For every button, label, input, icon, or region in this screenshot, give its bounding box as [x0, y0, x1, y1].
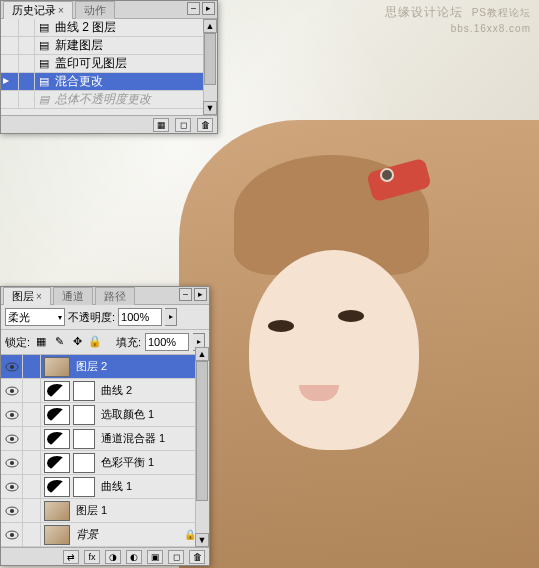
history-brush-col[interactable]	[19, 37, 35, 54]
panel-minimize-icon[interactable]: –	[187, 2, 200, 15]
history-brush-col[interactable]	[19, 55, 35, 72]
layers-minimize-icon[interactable]: –	[179, 288, 192, 301]
layer-name-label[interactable]: 选取颜色 1	[95, 407, 209, 422]
mask-thumb[interactable]	[73, 405, 95, 425]
history-item[interactable]: ▤新建图层	[1, 37, 217, 55]
link-col[interactable]	[23, 499, 41, 522]
lock-transparency-icon[interactable]: ▦	[34, 335, 48, 349]
image-thumb[interactable]	[44, 357, 70, 377]
link-col[interactable]	[23, 523, 41, 546]
mask-thumb[interactable]	[73, 477, 95, 497]
layer-row[interactable]: 选取颜色 1	[1, 403, 209, 427]
history-marker-col[interactable]	[3, 91, 19, 108]
visibility-eye-icon[interactable]	[1, 427, 23, 450]
lock-all-icon[interactable]: 🔒	[88, 335, 102, 349]
opacity-input[interactable]: 100%	[118, 308, 162, 326]
layer-mask-icon[interactable]: ◑	[105, 550, 121, 564]
new-layer-icon[interactable]: ◻	[168, 550, 184, 564]
scroll-thumb[interactable]	[196, 361, 208, 501]
mask-thumb[interactable]	[73, 453, 95, 473]
history-item[interactable]: ▸▤混合更改	[1, 73, 217, 91]
visibility-eye-icon[interactable]	[1, 475, 23, 498]
layer-row[interactable]: 曲线 1	[1, 475, 209, 499]
history-marker-col[interactable]	[3, 55, 19, 72]
link-col[interactable]	[23, 451, 41, 474]
blend-mode-select[interactable]: 柔光▾	[5, 308, 65, 326]
visibility-eye-icon[interactable]	[1, 451, 23, 474]
history-brush-col[interactable]	[19, 91, 35, 108]
image-thumb[interactable]	[44, 501, 70, 521]
history-marker-col[interactable]	[3, 37, 19, 54]
layer-row[interactable]: 曲线 2	[1, 379, 209, 403]
delete-layer-icon[interactable]: 🗑	[189, 550, 205, 564]
visibility-eye-icon[interactable]	[1, 379, 23, 402]
delete-state-icon[interactable]: 🗑	[197, 118, 213, 132]
history-item[interactable]: ▤总体不透明度更改	[1, 91, 217, 109]
stamp-icon: ▤	[37, 57, 51, 70]
tab-history-close[interactable]: ×	[58, 5, 64, 16]
layer-name-label[interactable]: 通道混合器 1	[95, 431, 209, 446]
visibility-eye-icon[interactable]	[1, 403, 23, 426]
layer-name-label[interactable]: 背景	[70, 527, 183, 542]
link-col[interactable]	[23, 379, 41, 402]
tab-layers-close[interactable]: ×	[36, 291, 42, 302]
history-marker-col[interactable]: ▸	[3, 73, 19, 90]
adjustment-thumb[interactable]	[44, 381, 70, 401]
layer-row[interactable]: 图层 1	[1, 499, 209, 523]
link-col[interactable]	[23, 427, 41, 450]
visibility-eye-icon[interactable]	[1, 523, 23, 546]
history-item[interactable]: ▤曲线 2 图层	[1, 19, 217, 37]
adjustment-thumb[interactable]	[44, 477, 70, 497]
scroll-down-icon[interactable]: ▼	[195, 533, 209, 547]
layer-style-icon[interactable]: fx	[84, 550, 100, 564]
adjustment-thumb[interactable]	[44, 429, 70, 449]
image-thumb[interactable]	[44, 525, 70, 545]
layers-scrollbar[interactable]: ▲ ▼	[195, 347, 209, 547]
group-icon[interactable]: ▣	[147, 550, 163, 564]
layer-name-label[interactable]: 色彩平衡 1	[95, 455, 209, 470]
create-document-icon[interactable]: ▦	[153, 118, 169, 132]
history-item[interactable]: ▤盖印可见图层	[1, 55, 217, 73]
link-col[interactable]	[23, 403, 41, 426]
scroll-up-icon[interactable]: ▲	[195, 347, 209, 361]
scroll-up-icon[interactable]: ▲	[203, 19, 217, 33]
visibility-eye-icon[interactable]	[1, 499, 23, 522]
layer-row[interactable]: 通道混合器 1	[1, 427, 209, 451]
fill-input[interactable]: 100%	[145, 333, 189, 351]
adjustment-layer-icon[interactable]: ◐	[126, 550, 142, 564]
adjustment-thumb[interactable]	[44, 453, 70, 473]
opacity-arrow-icon[interactable]: ▸	[165, 308, 177, 326]
history-brush-col[interactable]	[19, 19, 35, 36]
tab-history[interactable]: 历史记录×	[3, 1, 73, 19]
layer-row[interactable]: 背景🔒	[1, 523, 209, 547]
layer-name-label[interactable]: 曲线 1	[95, 479, 209, 494]
adjustment-thumb[interactable]	[44, 405, 70, 425]
tab-layers[interactable]: 图层×	[3, 287, 51, 305]
layer-name-label[interactable]: 图层 1	[70, 503, 209, 518]
layer-row[interactable]: 色彩平衡 1	[1, 451, 209, 475]
history-scrollbar[interactable]: ▲ ▼	[203, 19, 217, 115]
tab-channels[interactable]: 通道	[53, 287, 93, 305]
link-layers-icon[interactable]: ⇄	[63, 550, 79, 564]
layer-row[interactable]: 图层 2	[1, 355, 209, 379]
scroll-thumb[interactable]	[204, 33, 216, 85]
new-snapshot-icon[interactable]: ◻	[175, 118, 191, 132]
tab-paths[interactable]: 路径	[95, 287, 135, 305]
tab-actions[interactable]: 动作	[75, 1, 115, 19]
history-brush-col[interactable]	[19, 73, 35, 90]
opacity-icon: ▤	[37, 93, 51, 106]
history-marker-col[interactable]	[3, 19, 19, 36]
lock-position-icon[interactable]: ✥	[70, 335, 84, 349]
scroll-down-icon[interactable]: ▼	[203, 101, 217, 115]
link-col[interactable]	[23, 355, 41, 378]
panel-menu-icon[interactable]: ▸	[202, 2, 215, 15]
layer-name-label[interactable]: 图层 2	[70, 359, 209, 374]
visibility-eye-icon[interactable]	[1, 355, 23, 378]
layers-menu-icon[interactable]: ▸	[194, 288, 207, 301]
layer-name-label[interactable]: 曲线 2	[95, 383, 209, 398]
mask-thumb[interactable]	[73, 381, 95, 401]
chevron-down-icon: ▾	[58, 313, 62, 322]
link-col[interactable]	[23, 475, 41, 498]
mask-thumb[interactable]	[73, 429, 95, 449]
lock-pixels-icon[interactable]: ✎	[52, 335, 66, 349]
